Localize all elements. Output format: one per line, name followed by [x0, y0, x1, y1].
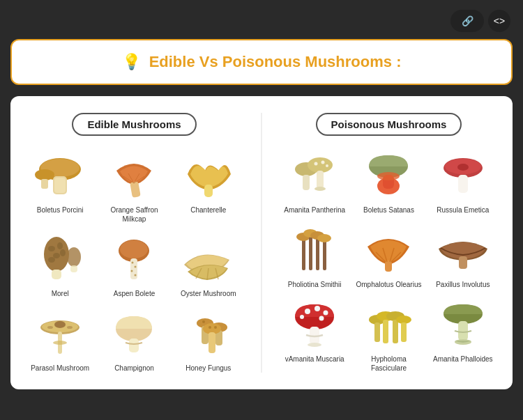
mushroom-label: Russula Emetica: [437, 205, 489, 215]
list-item: Russula Emetica: [427, 147, 499, 215]
edible-column: Edible Mushrooms: [24, 113, 244, 373]
svg-rect-69: [316, 237, 319, 270]
mushroom-image: [177, 147, 240, 203]
list-item: Amanita Phalloides: [427, 296, 499, 373]
mushroom-label: Champignon: [114, 364, 154, 373]
svg-rect-90: [383, 320, 388, 343]
mushroom-label: Parasol Mushroom: [31, 364, 89, 373]
svg-rect-67: [309, 235, 312, 270]
svg-rect-96: [458, 321, 468, 341]
mushroom-label: Amanita Pantherina: [284, 205, 345, 215]
svg-point-56: [314, 187, 326, 191]
svg-point-84: [319, 316, 324, 321]
mushroom-image: [103, 305, 165, 361]
link-button[interactable]: 🔗: [450, 10, 484, 32]
svg-point-63: [457, 164, 469, 171]
mushroom-image: [283, 147, 346, 203]
svg-point-33: [54, 321, 66, 328]
svg-point-80: [305, 309, 310, 314]
mushroom-image: [177, 305, 240, 361]
mushroom-image: [29, 305, 91, 361]
svg-rect-94: [401, 322, 407, 342]
mushroom-image: [357, 221, 420, 277]
list-item: Pholiotina Smithii: [279, 221, 350, 289]
mushroom-label: Hypholoma Fasciculare: [353, 355, 424, 373]
svg-point-13: [48, 246, 55, 251]
svg-rect-65: [302, 238, 305, 270]
mushroom-label: Amanita Phalloides: [433, 355, 493, 364]
mushroom-image: [29, 147, 91, 203]
svg-rect-92: [393, 320, 398, 343]
svg-point-47: [214, 326, 217, 329]
svg-point-53: [314, 162, 318, 166]
svg-point-16: [60, 249, 66, 256]
list-item: Boletus Satanas: [353, 147, 424, 215]
mushroom-image: [432, 147, 494, 203]
svg-point-60: [377, 172, 400, 180]
svg-rect-71: [323, 240, 326, 270]
svg-point-14: [57, 242, 63, 249]
list-item: Amanita Pantherina: [279, 147, 350, 215]
mushroom-image: [103, 147, 165, 203]
poisonous-title: Poisonous Mushrooms: [316, 113, 462, 136]
svg-point-19: [67, 247, 81, 267]
svg-rect-50: [303, 175, 310, 190]
svg-rect-23: [130, 258, 137, 279]
mushroom-image: [357, 296, 420, 352]
code-button[interactable]: <>: [488, 10, 510, 32]
mushroom-image: [283, 296, 346, 352]
svg-rect-11: [204, 185, 213, 197]
svg-rect-78: [459, 256, 467, 269]
mushroom-label: Morel: [52, 289, 69, 298]
svg-rect-88: [374, 322, 380, 342]
poisonous-column: Poisonous Mushrooms: [279, 113, 499, 373]
svg-point-72: [317, 234, 331, 242]
header-title: 💡 Edible Vs Poisonous Mushrooms :: [26, 53, 497, 71]
mushroom-label: Orange Saffron Milkcap: [98, 205, 169, 224]
svg-point-36: [47, 326, 53, 329]
poisonous-grid: Amanita Pantherina Boletus: [279, 147, 499, 373]
mushroom-label: Omphalotus Olearius: [356, 280, 422, 289]
mushroom-label: Boletus Porcini: [37, 205, 84, 215]
svg-point-25: [135, 266, 137, 268]
list-item: vAmanita Muscaria: [279, 296, 350, 373]
svg-point-83: [300, 315, 304, 319]
mushroom-label: Chanterelle: [190, 205, 226, 215]
svg-point-15: [53, 253, 60, 258]
svg-point-4: [35, 169, 54, 180]
mushroom-image: [283, 221, 346, 277]
svg-rect-5: [41, 179, 48, 189]
mushroom-image: [103, 231, 165, 286]
svg-point-51: [308, 157, 333, 173]
svg-point-27: [135, 274, 137, 277]
header-card: 💡 Edible Vs Poisonous Mushrooms :: [10, 39, 513, 85]
svg-rect-73: [385, 260, 392, 272]
list-item: Orange Saffron Milkcap: [98, 147, 169, 224]
list-item: Champignon: [98, 305, 169, 373]
svg-rect-45: [209, 332, 215, 353]
mushroom-label: Honey Fungus: [185, 364, 231, 373]
list-item: Boletus Porcini: [24, 147, 96, 224]
svg-point-81: [314, 306, 320, 311]
mushroom-image: [432, 221, 494, 277]
list-item: Chanterelle: [173, 147, 244, 224]
svg-rect-64: [458, 175, 468, 193]
mushroom-label: Oyster Mushroom: [181, 289, 236, 298]
svg-point-48: [202, 320, 205, 323]
svg-point-82: [324, 311, 328, 316]
list-item: Omphalotus Olearius: [353, 221, 424, 289]
header-text: Edible Vs Poisonous Mushrooms :: [149, 53, 402, 70]
mushroom-image: [357, 147, 420, 203]
mushroom-label: Paxillus Involutus: [436, 280, 490, 289]
mushroom-label: vAmanita Muscaria: [285, 355, 344, 364]
list-item: Paxillus Involutus: [427, 221, 499, 289]
mushroom-label: Pholiotina Smithii: [288, 280, 342, 289]
mushroom-image: [432, 296, 494, 352]
edible-title: Edible Mushrooms: [72, 113, 196, 136]
svg-point-46: [209, 326, 211, 329]
svg-point-22: [120, 240, 148, 258]
svg-rect-18: [52, 270, 61, 279]
list-item: Aspen Bolete: [98, 231, 169, 298]
top-bar: 🔗 <>: [7, 7, 516, 35]
svg-point-17: [48, 257, 55, 263]
